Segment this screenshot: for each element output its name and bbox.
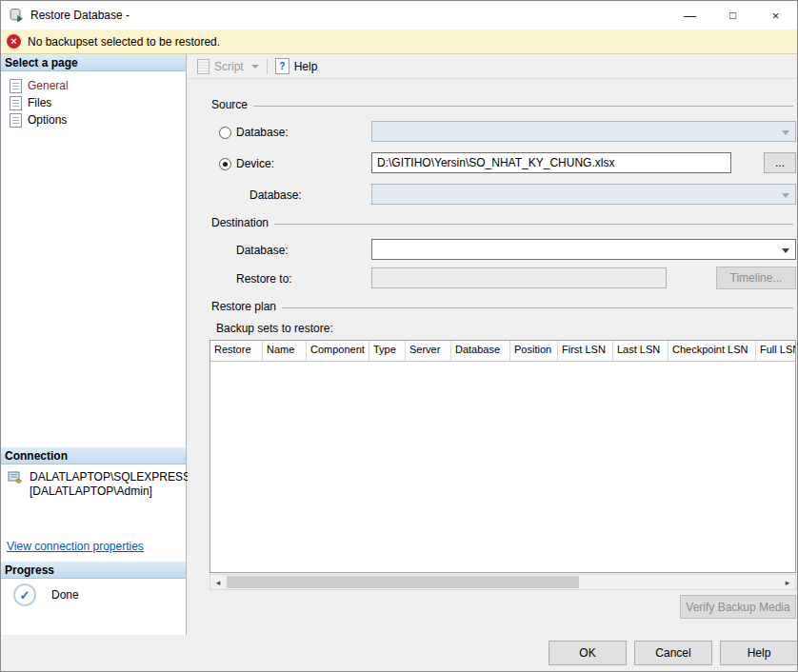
restore-plan-group-label: Restore plan — [211, 300, 276, 313]
window-controls: — □ × — [668, 1, 797, 30]
restore-database-icon — [9, 8, 24, 23]
scroll-right-icon[interactable]: ▸ — [780, 575, 795, 589]
script-button: Script — [197, 59, 259, 74]
view-connection-properties-link[interactable]: View connection properties — [7, 540, 144, 553]
group-rule — [274, 224, 793, 225]
col-full-lsn: Full LSN — [756, 341, 796, 361]
help-toolbar-label: Help — [294, 60, 318, 73]
restore-database-dialog: Restore Database - — □ × × No backupset … — [0, 0, 798, 672]
timeline-button: Timeline... — [716, 267, 796, 289]
browse-button[interactable]: ... — [764, 152, 796, 173]
grid-header-row: Restore Name Component Type Server Datab… — [210, 341, 796, 362]
help-button[interactable]: Help — [720, 641, 798, 665]
footer: OK Cancel Help — [1, 635, 797, 671]
connection-text: DALATLAPTOP\SQLEXPRESS [DALATLAPTOP\Admi… — [30, 470, 190, 499]
col-name: Name — [263, 341, 307, 361]
chevron-down-icon — [782, 193, 789, 198]
sidebar-item-label: Files — [28, 96, 51, 109]
chevron-down-icon — [782, 248, 789, 253]
device-radio[interactable] — [219, 158, 231, 170]
group-rule — [282, 307, 793, 308]
toolbar: Script ? Help — [188, 54, 797, 79]
scroll-left-icon[interactable]: ◂ — [210, 575, 226, 589]
horizontal-scrollbar[interactable]: ◂ ▸ — [209, 574, 796, 590]
destination-database-label: Database: — [236, 244, 289, 257]
minimize-button[interactable]: — — [668, 1, 711, 30]
progress-status: Done — [51, 588, 79, 602]
server-icon — [8, 470, 23, 499]
restore-plan-group-header: Restore plan — [211, 300, 793, 313]
database-radio-label: Database: — [236, 126, 289, 139]
col-type: Type — [369, 341, 406, 361]
col-server: Server — [406, 341, 451, 361]
connection-account: [DALATLAPTOP\Admin] — [30, 484, 190, 499]
col-restore: Restore — [210, 341, 263, 361]
error-icon: × — [7, 34, 21, 49]
window-title: Restore Database - — [30, 9, 130, 22]
main-pane: Script ? Help Source Database: Device: . — [188, 54, 797, 635]
destination-group-header: Destination — [211, 216, 793, 229]
source-database2-label: Database: — [249, 188, 302, 202]
col-component: Component — [307, 341, 369, 361]
group-rule — [253, 106, 793, 107]
sidebar: Select a page General Files Options Conn… — [1, 54, 187, 635]
done-check-icon: ✓ — [13, 583, 36, 606]
progress-status-row: ✓ Done — [13, 583, 79, 606]
sidebar-item-label: Options — [28, 113, 67, 127]
source-group-label: Source — [211, 98, 248, 111]
col-last-lsn: Last LSN — [613, 341, 668, 361]
destination-group-label: Destination — [211, 216, 269, 229]
source-group-header: Source — [211, 98, 793, 111]
scrollbar-thumb[interactable] — [227, 576, 579, 588]
connection-info: DALATLAPTOP\SQLEXPRESS [DALATLAPTOP\Admi… — [8, 470, 182, 499]
col-position: Position — [510, 341, 558, 361]
page-icon — [10, 113, 22, 128]
sidebar-item-files[interactable]: Files — [1, 94, 186, 111]
database-radio[interactable] — [219, 127, 231, 139]
alert-message: No backupset selected to be restored. — [28, 35, 220, 49]
sidebar-item-options[interactable]: Options — [1, 111, 186, 128]
backup-sets-label: Backup sets to restore: — [216, 322, 333, 335]
device-radio-label: Device: — [236, 157, 274, 170]
connection-server: DALATLAPTOP\SQLEXPRESS — [30, 470, 190, 484]
script-icon — [197, 59, 209, 74]
ok-button[interactable]: OK — [549, 641, 627, 665]
source-database2-combo — [371, 184, 796, 205]
sidebar-item-label: General — [28, 79, 69, 92]
maximize-button[interactable]: □ — [711, 1, 754, 30]
title-bar: Restore Database - — □ × — [1, 1, 797, 30]
help-toolbar-button[interactable]: ? Help — [275, 58, 318, 74]
source-database-combo — [371, 121, 796, 142]
chevron-down-icon — [782, 130, 789, 135]
help-icon: ? — [275, 58, 289, 74]
destination-database-combo[interactable] — [371, 239, 796, 260]
cancel-button[interactable]: Cancel — [634, 641, 712, 665]
col-database: Database — [451, 341, 510, 361]
backup-sets-grid: Restore Name Component Type Server Datab… — [209, 340, 796, 573]
progress-header: Progress — [1, 562, 186, 579]
page-tree: General Files Options — [1, 77, 186, 128]
script-label: Script — [214, 60, 244, 73]
chevron-down-icon — [251, 65, 259, 69]
toolbar-separator — [267, 59, 268, 74]
select-a-page-header: Select a page — [1, 54, 186, 71]
restore-to-input — [371, 267, 667, 288]
connection-header: Connection — [1, 447, 186, 464]
sidebar-item-general[interactable]: General — [1, 77, 186, 94]
page-icon — [10, 79, 22, 93]
page-icon — [10, 96, 22, 110]
col-first-lsn: First LSN — [558, 341, 613, 361]
alert-bar: × No backupset selected to be restored. — [1, 30, 797, 54]
device-path-input[interactable] — [371, 152, 731, 173]
verify-backup-media-button: Verify Backup Media — [680, 595, 796, 619]
restore-to-label: Restore to: — [236, 272, 292, 286]
close-button[interactable]: × — [754, 1, 797, 30]
col-checkpoint-lsn: Checkpoint LSN — [668, 341, 756, 361]
